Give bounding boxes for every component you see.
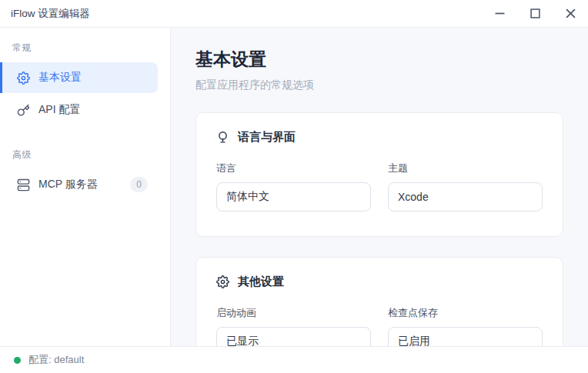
field-label: 启动动画 [216,306,371,320]
checkpoint-save-value: 已启用 [398,335,430,346]
status-dot-icon [14,357,21,364]
card-header: 其他设置 [216,275,543,289]
sidebar: 常规 基本设置 API 配置 高级 [0,28,171,346]
sidebar-section-advanced: 高级 [0,148,170,162]
maximize-button[interactable] [517,0,553,27]
page-subtitle: 配置应用程序的常规选项 [195,78,563,92]
field-language: 语言 简体中文 [216,162,371,211]
card-title: 其他设置 [238,275,284,289]
checkpoint-save-select[interactable]: 已启用 [388,327,543,346]
main-content: 基本设置 配置应用程序的常规选项 语言与界面 语言 简体中文 [171,28,588,346]
globe-stand-icon [216,131,229,144]
sidebar-item-basic-settings[interactable]: 基本设置 [0,62,158,93]
language-select-value: 简体中文 [226,190,269,204]
card-header: 语言与界面 [216,130,543,145]
server-icon [17,178,30,191]
card-other-settings: 其他设置 启动动画 已显示 检查点保存 已启用 [195,257,563,346]
sidebar-item-label: MCP 服务器 [38,178,98,191]
sidebar-item-mcp-servers[interactable]: MCP 服务器 0 [0,169,158,200]
app-window: iFlow 设置编辑器 常规 基本设置 [0,0,588,373]
gear-icon [216,275,229,288]
gear-icon [17,72,30,85]
field-theme: 主题 Xcode [388,162,543,211]
window-controls [482,0,588,27]
mcp-count-badge: 0 [130,177,148,192]
field-checkpoint-save: 检查点保存 已启用 [388,306,543,346]
page-title: 基本设置 [195,48,563,72]
maximize-icon [530,8,540,18]
key-icon [17,104,30,117]
card-language-interface: 语言与界面 语言 简体中文 主题 Xcode [195,112,563,237]
sidebar-item-label: API 配置 [38,103,80,117]
field-label: 语言 [216,162,371,175]
sidebar-item-api-config[interactable]: API 配置 [0,95,158,125]
close-icon [566,8,576,18]
fields-grid: 语言 简体中文 主题 Xcode [216,162,543,211]
sidebar-item-label: 基本设置 [38,71,82,85]
sidebar-section-general: 常规 [0,42,170,55]
field-startup-animation: 启动动画 已显示 [216,306,371,346]
startup-animation-value: 已显示 [226,335,259,346]
title-bar: iFlow 设置编辑器 [0,0,588,28]
field-label: 主题 [388,162,543,175]
theme-select[interactable]: Xcode [388,182,543,211]
minimize-icon [495,8,505,18]
startup-animation-select[interactable]: 已显示 [216,327,371,346]
field-label: 检查点保存 [388,306,543,320]
status-bar: 配置: default [0,346,588,373]
fields-grid: 启动动画 已显示 检查点保存 已启用 [216,306,543,346]
status-config-label: 配置: default [28,353,84,367]
minimize-button[interactable] [482,0,517,27]
card-title: 语言与界面 [238,130,296,145]
language-select[interactable]: 简体中文 [216,182,371,211]
close-button[interactable] [553,0,588,27]
window-title: iFlow 设置编辑器 [11,7,90,21]
theme-select-value: Xcode [398,191,429,203]
